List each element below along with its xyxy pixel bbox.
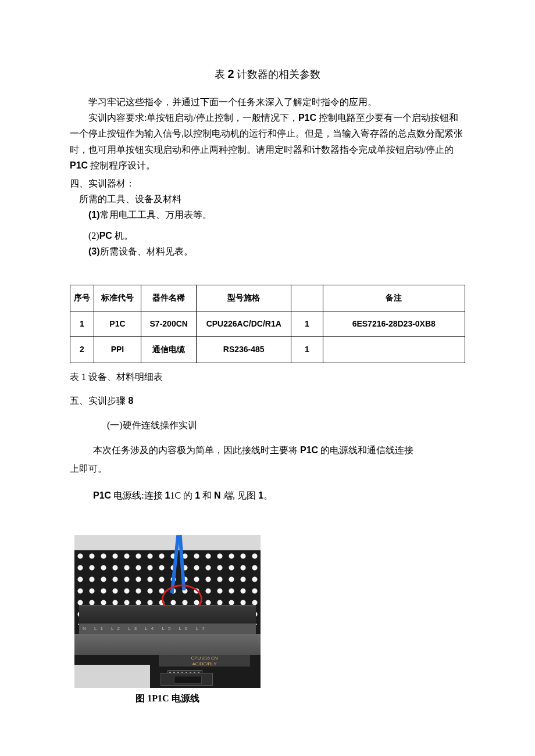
body-line-1b: 上即可。 [70, 460, 465, 478]
fig-caption-a: 图 [135, 693, 147, 703]
item-2-en: PC [99, 231, 112, 241]
photo-top-strip [74, 535, 261, 550]
table-caption-bold: 表 1 [70, 372, 86, 382]
body2-and: 和 [200, 490, 214, 500]
item-2-num: (2) [88, 231, 99, 241]
fig-caption-b: 电源线 [169, 693, 199, 703]
photo-bottom-strip [74, 665, 150, 688]
th-model: 型号施格 [197, 285, 291, 311]
figure-1-image: CPU 216 CN AC/DC/RLY [74, 535, 261, 688]
item-1-num: (1) [88, 210, 100, 220]
paragraph-intro-1: 学习牢记这些指令，并通过下面一个任务来深入了解定时指令的应用。 [70, 94, 465, 110]
para2-a: 实训内容要求:单按钮启动/停止控制，一般情况下， [88, 113, 298, 123]
cell-remark: 6ES7216-28D23-0XB8 [323, 311, 465, 337]
body2-plc: P1C [93, 490, 111, 500]
title-prefix: 表 [215, 69, 228, 80]
item-3-num: (3) [88, 246, 100, 256]
title-number: 2 [227, 67, 234, 80]
cell-model: CPU226AC/DC/R1A [197, 311, 291, 337]
cpu-label-line1: CPU 216 CN [191, 655, 217, 661]
figure-1-image-wrap: CPU 216 CN AC/DC/RLY [74, 535, 465, 688]
cpu-label: CPU 216 CN AC/DC/RLY [159, 655, 250, 667]
table-row: 2 PPI 通信电缆 RS236-485 1 [70, 337, 465, 363]
th-name: 器件名稀 [141, 285, 197, 311]
table-row: 1 P1C S7-200CN CPU226AC/DC/R1A 1 6ES7216… [70, 311, 465, 337]
table-1-caption: 表 1 设备、材料明细表 [70, 369, 465, 385]
section-4-item-1: (1)常用电工工具、万用表等。 [88, 207, 465, 223]
body2-b: 1C [170, 490, 181, 500]
body-line-1: 本次任务涉及的内容极为简单，因此接线时主要将 P1C 的电源线和通信线连接 [70, 441, 465, 460]
th-index: 序号 [70, 285, 94, 311]
cell-name: S7-200CN [141, 311, 197, 337]
cell-model: RS236-485 [197, 337, 291, 363]
cell-name: 通信电缆 [141, 337, 197, 363]
body2-end: 见图 [235, 490, 258, 500]
section-5-heading: 五、实训步骤 8 [70, 393, 465, 409]
page-title: 表 2 计数器的相关参数 [70, 64, 465, 84]
title-suffix: 计数器的相关参数 [234, 69, 321, 80]
item-2-text: 机。 [112, 231, 133, 241]
body-line-2: P1C 电源线:连接 11C 的 1 和 N 端, 见图 1。 [70, 486, 465, 505]
cell-code: P1C [94, 311, 141, 337]
body2-period: 。 [263, 490, 273, 500]
figure-1-caption: 图 1P1C 电源线 [74, 690, 261, 706]
terminal-strip [79, 605, 256, 624]
section-4-line-1: 所需的工具、设备及材料 [79, 191, 465, 207]
sec5-head-a: 五、实训步骤 [70, 396, 126, 406]
comm-port-icon [160, 673, 213, 686]
th-remark: 备注 [323, 285, 465, 311]
cell-idx: 1 [70, 311, 94, 337]
section-4-heading: 四、实训器材： [70, 175, 465, 191]
body1-a: 本次任务涉及的内容极为简单，因此接线时主要将 [93, 445, 300, 455]
body2-a: 电源线:连接 [111, 490, 165, 500]
terminal-label-strip [79, 624, 256, 634]
section-4-item-2: (2)PC 机。 [88, 228, 465, 243]
body1-plc: P1C [300, 445, 318, 455]
cell-qty: 1 [291, 337, 323, 363]
th-code: 标准代号 [94, 285, 141, 311]
body2-c: 的 [181, 490, 195, 500]
item-3-text: 所需设备、材料见表。 [100, 246, 193, 256]
para2-plc-2: P1C [70, 160, 88, 170]
plc-body-band [74, 634, 261, 655]
cell-idx: 2 [70, 337, 94, 363]
th-qty [291, 285, 323, 311]
table-header-row: 序号 标准代号 器件名稀 型号施格 备注 [70, 285, 465, 311]
body2-one: 1 [195, 490, 200, 500]
item-1-text: 常用电工工具、万用表等。 [100, 210, 212, 220]
cell-remark [323, 337, 465, 363]
section-4-item-3: (3)所需设备、材料见表。 [88, 243, 465, 259]
cpu-label-line2: AC/DC/RLY [192, 661, 216, 667]
para2-c: 控制程序设计。 [88, 160, 155, 170]
table-caption-rest: 设备、材料明细表 [86, 372, 163, 382]
body2-n: N [214, 490, 223, 500]
para2-plc-1: P1C [298, 113, 316, 123]
body1-b: 的电源线和通信线连接 [318, 445, 413, 455]
section-5-sub-1: (一)硬件连线操作实训 [107, 417, 465, 433]
cell-code: PPI [94, 337, 141, 363]
paragraph-intro-2: 实训内容要求:单按钮启动/停止控制，一般情况下，P1C 控制电路至少要有一个启动… [70, 110, 465, 173]
cell-qty: 1 [291, 311, 323, 337]
equipment-table: 序号 标准代号 器件名稀 型号施格 备注 1 P1C S7-200CN CPU2… [70, 285, 465, 363]
sec5-head-num: 8 [126, 396, 133, 406]
fig-caption-num: 1P1C [147, 693, 169, 703]
body2-end-italic: 端, [223, 490, 235, 500]
body2-fig: 1 [258, 490, 263, 500]
